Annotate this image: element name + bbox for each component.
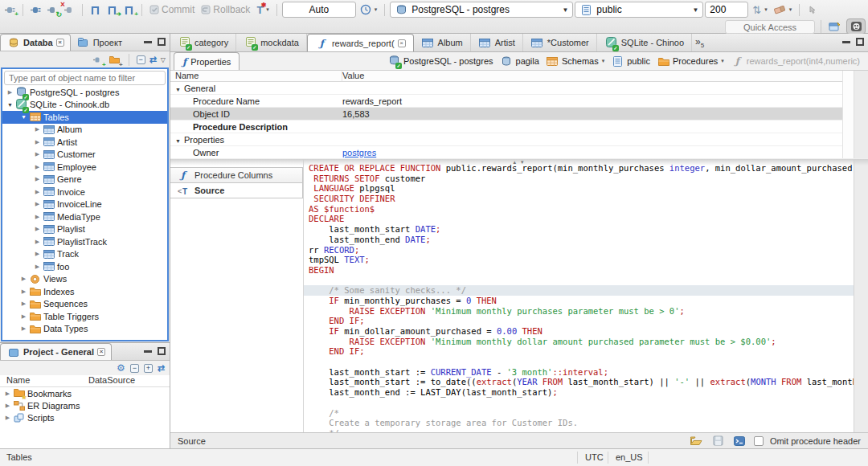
section-source[interactable]: <TSource (170, 182, 303, 198)
owner-link[interactable]: postgres (342, 148, 376, 157)
expand-arrow-icon[interactable]: ▶ (33, 139, 42, 145)
breadcrumb-item-schemas[interactable]: Schemas▾ (546, 56, 604, 66)
minimize-icon[interactable] (842, 41, 850, 43)
expand-arrow-icon[interactable]: ▶ (33, 226, 42, 232)
breadcrumb-item-public[interactable]: public (611, 56, 650, 67)
grid-row-object-id[interactable]: Object ID16,583 (170, 108, 868, 121)
breadcrumb-item-rewards-report-int4-numeric[interactable]: ƒrewards_report(int4,numeric) (731, 55, 860, 67)
column-name[interactable]: Name (170, 71, 342, 81)
rollback-button[interactable]: Rollback (199, 4, 252, 15)
load-from-file-icon[interactable] (689, 434, 704, 448)
maximize-icon[interactable] (158, 38, 166, 46)
maximize-icon[interactable] (856, 38, 864, 46)
fetch-size-input[interactable] (705, 2, 748, 18)
grid-row-procedure-description[interactable]: Procedure Description (170, 121, 868, 133)
column-value[interactable]: Value (342, 71, 868, 81)
column-datasource[interactable]: DataSource (88, 375, 135, 386)
grid-row-general[interactable]: ▼General (170, 82, 868, 95)
editor-tab-artist[interactable]: Artist (471, 34, 523, 51)
editor-tab-album[interactable]: Album (414, 34, 471, 51)
tree-item-indexes[interactable]: ▶Indexes (2, 285, 167, 298)
view-menu-icon[interactable]: ▽ (161, 56, 166, 63)
new-project-folder-icon[interactable]: + (108, 52, 121, 67)
expand-arrow-icon[interactable]: ▶ (3, 415, 12, 421)
erase-button[interactable]: ▾ (772, 5, 795, 14)
schema-select[interactable]: public ▼ (575, 2, 703, 18)
transaction-mode-select[interactable]: Auto (282, 2, 356, 18)
tree-item-invoiceline[interactable]: ▶InvoiceLine (2, 198, 167, 211)
expand-arrow-icon[interactable]: ▶ (33, 251, 42, 257)
breadcrumb-item-pagila[interactable]: pagila (500, 56, 539, 66)
expand-arrow-icon[interactable]: ▶ (33, 239, 42, 245)
expand-arrow-icon[interactable]: ▶ (3, 390, 12, 397)
omit-procedure-header-checkbox[interactable] (754, 436, 764, 446)
gear-icon[interactable]: ⚙ (117, 362, 125, 374)
expand-arrow-icon[interactable]: ▶ (19, 300, 28, 307)
grid-row-procedure-name[interactable]: Procedure Namerewards_report (170, 95, 868, 108)
source-code-editor[interactable]: CREATE OR REPLACE FUNCTION public.reward… (304, 159, 854, 432)
tree-item-invoice[interactable]: ▶Invoice (2, 186, 167, 198)
close-tab-icon[interactable]: × (56, 39, 64, 47)
expand-arrow-icon[interactable]: ▶ (33, 201, 42, 207)
object-filter-input[interactable] (4, 71, 166, 85)
tree-item-mediatype[interactable]: ▶MediaType (2, 211, 167, 223)
close-tab-icon[interactable]: × (97, 348, 105, 356)
tab-overflow-chevron[interactable]: »5 (695, 36, 704, 51)
open-console-icon[interactable] (732, 434, 747, 448)
grid-row-properties[interactable]: ▼Properties (170, 133, 868, 146)
expand-arrow-icon[interactable]: ▶ (33, 189, 42, 195)
expand-arrow-icon[interactable]: ▶ (33, 126, 42, 133)
tree-item-playlist[interactable]: ▶Playlist (2, 223, 167, 236)
connect-icon[interactable] (28, 2, 43, 17)
editor-tab-rewards-report[interactable]: ƒrewards_report(× (307, 34, 414, 51)
project-item-scripts[interactable]: ▶Scripts (0, 411, 170, 423)
new-connection-icon[interactable]: + (92, 52, 104, 67)
save-to-file-icon[interactable] (710, 434, 726, 448)
tree-item-genre[interactable]: ▶Genre (2, 174, 167, 186)
link-with-editor-icon[interactable]: ⇄ (158, 363, 165, 374)
expand-arrow-icon[interactable]: ▶ (19, 288, 28, 295)
editor-tab-sqlite-chinoo[interactable]: ✓SQLite - Chinoo (597, 34, 692, 51)
grid-row-owner[interactable]: Ownerpostgres (170, 146, 868, 159)
project-item-bookmarks[interactable]: ▶★Bookmarks (0, 387, 170, 399)
minimize-icon[interactable] (144, 41, 152, 43)
commit-button[interactable]: Commit (147, 4, 197, 15)
code-scrollbar[interactable] (854, 159, 868, 432)
breadcrumb-item-procedures[interactable]: Procedures▾ (657, 56, 724, 66)
tab-project-general[interactable]: Project - General × (0, 343, 112, 360)
transaction-log-button[interactable]: T✱ ▾ (254, 4, 271, 16)
tree-item-artist[interactable]: ▶Artist (2, 136, 167, 149)
editor-tab-mockdata[interactable]: ✓mockdata (236, 34, 307, 51)
tree-item-table-triggers[interactable]: ▶Table Triggers (2, 310, 167, 323)
expand-arrow-icon[interactable]: ▶ (19, 325, 28, 332)
sql-editor-icon[interactable] (88, 2, 103, 17)
expand-all-icon[interactable]: + (144, 364, 153, 373)
tree-item-postgresql-postgres[interactable]: ▶✓PostgreSQL - postgres (2, 86, 167, 99)
tree-item-album[interactable]: ▶Album (2, 124, 167, 137)
dbeaver-perspective-icon[interactable] (846, 18, 866, 35)
minimize-icon[interactable] (144, 350, 152, 353)
expand-arrow-icon[interactable]: ▼ (19, 114, 28, 120)
collapse-all-icon[interactable]: − (130, 364, 139, 373)
expand-arrow-icon[interactable]: ▼ (6, 102, 14, 108)
tree-item-employee[interactable]: ▶Employee (2, 161, 167, 174)
expand-arrow-icon[interactable]: ▶ (3, 403, 12, 409)
connection-select[interactable]: PostgreSQL - postgres ▼ (390, 2, 573, 18)
expand-arrow-icon[interactable]: ▶ (33, 214, 42, 220)
chevron-down-icon[interactable]: ▾ (721, 58, 724, 64)
grid-scrollbar[interactable] (842, 71, 854, 158)
tree-item-playlisttrack[interactable]: ▶PlaylistTrack (2, 235, 167, 248)
reconnect-icon[interactable]: ↻ (45, 2, 60, 17)
new-connection-icon[interactable]: + (2, 2, 18, 17)
quick-access-input[interactable] (725, 20, 815, 34)
expand-arrow-icon[interactable]: ▶ (33, 164, 42, 170)
tab-database-navigator[interactable]: Databa × (0, 34, 71, 51)
pointer-tool-icon[interactable] (805, 2, 820, 17)
expand-arrow-icon[interactable]: ▶ (33, 176, 42, 182)
collapse-all-icon[interactable]: − (137, 55, 145, 64)
tree-item-sqlite-chinook-db[interactable]: ▼✓SQLite - Chinook.db (2, 99, 167, 112)
disconnect-icon[interactable]: × (62, 2, 77, 17)
tab-properties[interactable]: ƒ Properties (174, 52, 240, 70)
tree-item-foo[interactable]: ▶foo (2, 260, 167, 273)
recent-sql-editor-icon[interactable]: ➔ (104, 2, 120, 17)
